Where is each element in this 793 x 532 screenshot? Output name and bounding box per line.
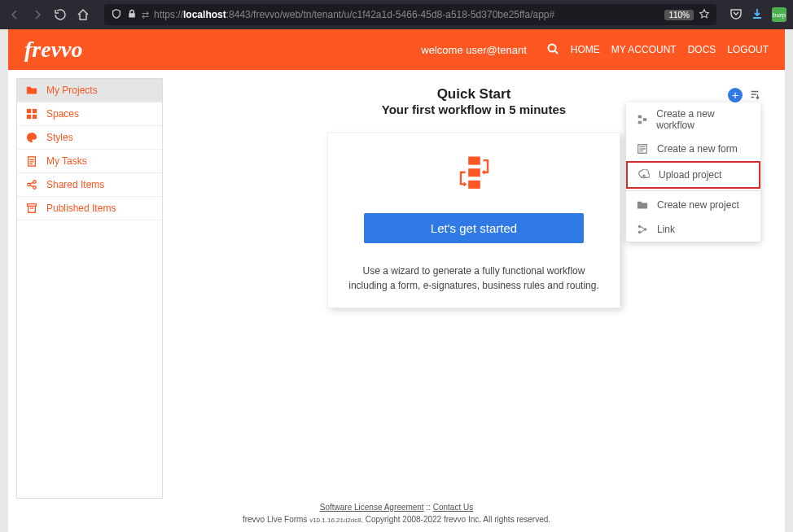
url-text: https://localhost:8443/frevvo/web/tn/ten… bbox=[154, 9, 659, 20]
workflow-icon bbox=[636, 113, 648, 126]
svg-rect-11 bbox=[468, 168, 480, 177]
svg-rect-14 bbox=[643, 118, 646, 121]
quick-start-title: Quick Start bbox=[163, 86, 785, 102]
sidebar: My Projects Spaces Styles My Tasks Share… bbox=[16, 78, 163, 499]
link-icon bbox=[636, 223, 649, 236]
nav-forward-button[interactable] bbox=[29, 7, 46, 23]
sidebar-item-spaces[interactable]: Spaces bbox=[17, 102, 162, 126]
toggle-icon: ⇄ bbox=[142, 10, 149, 20]
svg-rect-12 bbox=[468, 181, 480, 189]
menu-item-label: Upload project bbox=[659, 169, 721, 181]
svg-point-17 bbox=[638, 225, 642, 229]
share-icon bbox=[25, 178, 38, 191]
svg-rect-2 bbox=[33, 109, 37, 113]
svg-rect-15 bbox=[637, 121, 641, 124]
nav-home[interactable]: HOME bbox=[571, 44, 600, 55]
svg-point-7 bbox=[33, 181, 37, 184]
clipboard-icon bbox=[25, 155, 38, 168]
svg-rect-9 bbox=[28, 204, 37, 207]
workflow-icon bbox=[452, 152, 497, 197]
folder-new-icon bbox=[636, 198, 649, 211]
sidebar-item-label: Spaces bbox=[46, 108, 79, 120]
menu-divider bbox=[626, 190, 760, 191]
menu-item-label: Link bbox=[657, 224, 675, 235]
extension-icon[interactable]: burp bbox=[772, 7, 786, 22]
sidebar-item-my-projects[interactable]: My Projects bbox=[17, 79, 162, 102]
welcome-text: welcome user@tenant bbox=[421, 44, 527, 56]
nav-home-button[interactable] bbox=[75, 7, 91, 23]
shield-icon bbox=[111, 8, 122, 22]
get-started-button[interactable]: Let's get started bbox=[364, 213, 584, 243]
nav-docs[interactable]: DOCS bbox=[688, 44, 716, 55]
quick-start-card: Let's get started Use a wizard to genera… bbox=[327, 133, 620, 308]
archive-icon bbox=[25, 202, 38, 215]
app-footer: Software License Agreement :: Contact Us… bbox=[8, 499, 785, 532]
form-icon bbox=[636, 142, 649, 155]
menu-create-workflow[interactable]: Create a new workflow bbox=[626, 102, 760, 137]
grid-icon bbox=[25, 107, 38, 120]
add-dropdown-menu: Create a new workflow Create a new form … bbox=[626, 102, 760, 242]
zoom-badge[interactable]: 110% bbox=[664, 10, 694, 20]
menu-item-label: Create a new form bbox=[657, 143, 738, 155]
footer-copyright: frevvo Live Forms v10.1.16.21d2dc8, Copy… bbox=[8, 515, 785, 524]
add-button[interactable]: + bbox=[728, 88, 743, 102]
bookmark-star-icon[interactable] bbox=[699, 8, 710, 22]
sidebar-item-label: Shared Items bbox=[46, 179, 104, 190]
footer-license-link[interactable]: Software License Agreement bbox=[320, 503, 424, 512]
sidebar-item-label: Styles bbox=[46, 132, 73, 143]
sidebar-item-shared-items[interactable]: Shared Items bbox=[17, 173, 162, 197]
sidebar-item-label: My Projects bbox=[46, 85, 98, 96]
svg-rect-3 bbox=[27, 115, 31, 119]
sidebar-item-styles[interactable]: Styles bbox=[17, 126, 162, 150]
lock-icon bbox=[127, 9, 137, 21]
folder-icon bbox=[25, 84, 38, 97]
app-logo[interactable]: frevvo bbox=[24, 37, 83, 63]
menu-link[interactable]: Link bbox=[626, 217, 760, 242]
nav-back-button[interactable] bbox=[7, 7, 23, 23]
menu-create-form[interactable]: Create a new form bbox=[626, 137, 760, 161]
footer-contact-link[interactable]: Contact Us bbox=[433, 503, 473, 512]
svg-rect-1 bbox=[27, 109, 31, 113]
svg-point-18 bbox=[644, 228, 647, 231]
menu-upload-project[interactable]: Upload project bbox=[626, 161, 760, 189]
sort-icon[interactable] bbox=[749, 89, 760, 102]
sidebar-item-published-items[interactable]: Published Items bbox=[17, 197, 162, 220]
pocket-icon[interactable] bbox=[729, 7, 744, 22]
browser-chrome: ⇄ https://localhost:8443/frevvo/web/tn/t… bbox=[0, 0, 793, 29]
main-content: Quick Start Your first workflow in 5 min… bbox=[163, 78, 785, 499]
menu-item-label: Create new project bbox=[657, 199, 739, 211]
svg-rect-10 bbox=[468, 157, 480, 165]
nav-logout[interactable]: LOGOUT bbox=[727, 44, 769, 55]
sidebar-item-label: Published Items bbox=[46, 203, 116, 214]
sidebar-item-label: My Tasks bbox=[46, 155, 87, 167]
palette-icon bbox=[25, 131, 38, 144]
svg-point-8 bbox=[33, 186, 37, 190]
svg-rect-4 bbox=[33, 115, 37, 119]
nav-reload-button[interactable] bbox=[52, 7, 68, 23]
svg-point-19 bbox=[638, 231, 642, 234]
card-description: Use a wizard to generate a fully functio… bbox=[343, 264, 605, 293]
download-icon[interactable] bbox=[751, 7, 765, 22]
nav-my-account[interactable]: MY ACCOUNT bbox=[611, 44, 677, 55]
svg-point-0 bbox=[548, 44, 555, 51]
url-bar[interactable]: ⇄ https://localhost:8443/frevvo/web/tn/t… bbox=[104, 4, 716, 25]
sidebar-item-my-tasks[interactable]: My Tasks bbox=[17, 150, 162, 173]
menu-item-label: Create a new workflow bbox=[656, 108, 751, 131]
svg-rect-13 bbox=[637, 116, 641, 119]
svg-point-6 bbox=[28, 183, 31, 186]
header-search-icon[interactable] bbox=[546, 42, 559, 58]
upload-icon bbox=[637, 168, 651, 181]
menu-create-project[interactable]: Create new project bbox=[626, 193, 760, 217]
app-header: frevvo welcome user@tenant HOME MY ACCOU… bbox=[8, 29, 785, 70]
